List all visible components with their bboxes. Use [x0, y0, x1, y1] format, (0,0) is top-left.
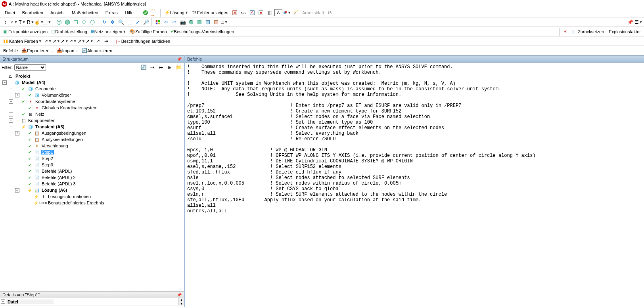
zoom-fit-icon[interactable]: ⤢ [134, 19, 142, 26]
tree-losungsinfo[interactable]: Lösungsinformationen [47, 194, 92, 199]
tree-volumen[interactable]: Volumenkörper [41, 93, 72, 97]
project-tree[interactable]: 🗀Projekt −🧊Modell (A4) −✔🧊Geometrie +✔🧊V… [0, 72, 184, 291]
arrows-icon[interactable]: ⋯→ [150, 9, 158, 16]
cube-icon-1[interactable] [55, 19, 63, 26]
xaxis-icon[interactable]: ✶ [561, 28, 569, 35]
cube-icon-3[interactable] [72, 19, 80, 26]
losung-button[interactable]: ⚡Lösung▼ [163, 9, 190, 17]
cube-top-icon[interactable] [212, 19, 220, 26]
tb-icon-5[interactable]: ▼ [283, 9, 291, 16]
tb-icon-4[interactable]: ◧ [266, 9, 274, 16]
rotate-icon[interactable]: ↻ [100, 19, 108, 26]
filter-refresh-icon[interactable]: 🔄 [140, 64, 148, 71]
tree-netz[interactable]: Netz [34, 112, 45, 116]
tree-komponenten[interactable]: Komponenten [27, 118, 56, 123]
menu-ansicht[interactable]: Ansicht [47, 10, 68, 16]
export-button[interactable]: 📤Exportieren... [20, 47, 54, 55]
tree-projekt[interactable]: Projekt [15, 74, 31, 78]
filter-expand-icon[interactable]: ⇢ [148, 64, 156, 71]
tree-koord[interactable]: Koordinatensysteme [34, 99, 76, 104]
arbeitsblatt-button[interactable]: Arbeitsblatt [301, 9, 326, 17]
exp-ausg[interactable]: + [15, 131, 19, 135]
eckpunkte-button[interactable]: ▣ Eckpunkte anzeigen [2, 28, 49, 36]
filter-folder-icon[interactable]: 📁 [174, 64, 182, 71]
zuruck-button[interactable]: |←Zurücksetzen [571, 28, 606, 36]
import-button[interactable]: 📥Import... [55, 47, 80, 55]
menu-masseinheiten[interactable]: Maßeinheiten [69, 10, 102, 16]
tree-step3[interactable]: Step3 [41, 162, 54, 167]
tree-verschiebung[interactable]: Verschiebung [41, 143, 69, 148]
cube-icon-2[interactable] [63, 19, 71, 26]
fehler-button[interactable]: ?/ Fehler anzeigen [191, 9, 230, 17]
tree-analyse[interactable]: Analyseeinstellungen [41, 137, 84, 142]
edge-icon-7[interactable]: ↗ [94, 38, 102, 45]
menu-bearbeiten[interactable]: Bearbeiten [19, 10, 46, 16]
edge-icon-3[interactable]: ↗▼ [61, 38, 69, 45]
befehle-button[interactable]: Befehle [2, 47, 19, 55]
edge-icon-6[interactable]: ↗▼ [86, 38, 94, 45]
tb-icon-wizard[interactable]: 🪄 [292, 9, 300, 16]
tb2-icon-3[interactable]: T▼ [18, 19, 26, 26]
tree-step1[interactable]: Step1 [41, 150, 54, 154]
exp-modell[interactable]: − [2, 80, 7, 85]
zoom-in-icon[interactable]: 🔍 [117, 19, 125, 26]
tree-globkoord[interactable]: Globales Koordinatensystem [41, 105, 98, 110]
kanten-button[interactable]: ▮▮ Kanten Farben▼ [2, 37, 44, 45]
command-editor[interactable]: ! Commands inserted into this file will … [185, 63, 644, 307]
beschrift-auf-button[interactable]: |←Beschriftungen aufdicken [114, 37, 172, 45]
menu-hilfe[interactable]: Hilfe [122, 10, 137, 16]
tb2-icon-2[interactable]: ♀▼ [10, 19, 18, 26]
exp-trans[interactable]: − [9, 125, 13, 129]
next-view-icon[interactable]: ⇨ [171, 19, 178, 26]
camera-icon[interactable]: 📷 [179, 19, 187, 26]
tree-step2[interactable]: Step2 [41, 156, 54, 161]
tb2-icon-1[interactable]: ↕ [2, 19, 10, 26]
exp-vol[interactable]: + [15, 93, 19, 97]
tree-ausgangs[interactable]: Ausgangsbedingungen [41, 131, 87, 135]
tree-benutzer[interactable]: Benutzerdefiniertes Ergebnis [47, 200, 105, 205]
zufall-button[interactable]: 🎨Zufällige Farben [128, 28, 169, 36]
menu-extras[interactable]: Extras [102, 10, 121, 16]
tb2-icon-6[interactable]: ⬚▼ [43, 19, 51, 26]
exp-geom[interactable]: − [9, 87, 13, 91]
tree-befehle1[interactable]: Befehle (APDL) [41, 169, 73, 174]
tree-befehle2[interactable]: Befehle (APDL) 2 [41, 175, 77, 180]
menu-datei[interactable]: Datei [2, 10, 18, 16]
zoom-box-icon[interactable]: ⬚ [125, 19, 133, 26]
tb2-icon-5[interactable]: ☝▼ [35, 19, 43, 26]
cube-icon-5[interactable] [88, 19, 96, 26]
tree-modell[interactable]: Modell (A4) [21, 80, 46, 85]
details-scrollbar[interactable]: ▲▼ [178, 298, 184, 305]
tree-geometrie[interactable]: Geometrie [34, 86, 56, 91]
cube-iso-icon[interactable]: ISO [187, 19, 195, 26]
info-cursor-icon[interactable]: i↖ [326, 9, 334, 16]
cube-side-icon[interactable] [204, 19, 212, 26]
netz-button[interactable]: ⊞Netz anzeigen▼ [89, 28, 128, 36]
details-pin-icon[interactable]: 📌 [177, 293, 182, 297]
exp-losung[interactable]: − [15, 188, 19, 193]
pin-view-icon[interactable]: 📌 [626, 19, 634, 26]
ctx-menu-icon[interactable]: ☰▼ [634, 19, 642, 26]
exp-komp[interactable]: + [9, 118, 13, 123]
edge-icon-1[interactable]: ↗▼ [44, 38, 52, 45]
edge-icon-2[interactable]: ↗▼ [52, 38, 60, 45]
filter-select[interactable]: Name [14, 64, 46, 71]
details-exp[interactable]: − [1, 299, 5, 304]
pin-icon[interactable]: 📌 [177, 57, 182, 61]
pan-icon[interactable]: ✥ [109, 19, 117, 26]
tb2-icon-4[interactable]: R▼ [27, 19, 34, 26]
tree-transient[interactable]: Transient (A5) [34, 124, 65, 129]
draht-button[interactable]: ⬚Drahtdarstellung [50, 28, 89, 36]
filter-collapse-icon[interactable]: ↦ [157, 64, 165, 71]
edge-icon-8[interactable]: ⇥ [102, 38, 110, 45]
tree-befehle3[interactable]: Befehle (APDL) 3 [41, 181, 77, 186]
view-icon-1[interactable] [154, 19, 162, 26]
tb-icon-A[interactable]: A [274, 9, 282, 16]
edge-icon-5[interactable]: ↗▼ [77, 38, 85, 45]
beschriftung-button[interactable]: ✔Beschriftungs-Voreinstellungen [169, 28, 236, 36]
view-dd-icon[interactable]: □▼ [220, 19, 228, 26]
tb-icon-3[interactable] [257, 9, 265, 16]
filter-plus-icon[interactable]: ⊞ [166, 64, 174, 71]
cube-front-icon[interactable] [196, 19, 203, 26]
prev-view-icon[interactable]: ⇦ [162, 19, 170, 26]
